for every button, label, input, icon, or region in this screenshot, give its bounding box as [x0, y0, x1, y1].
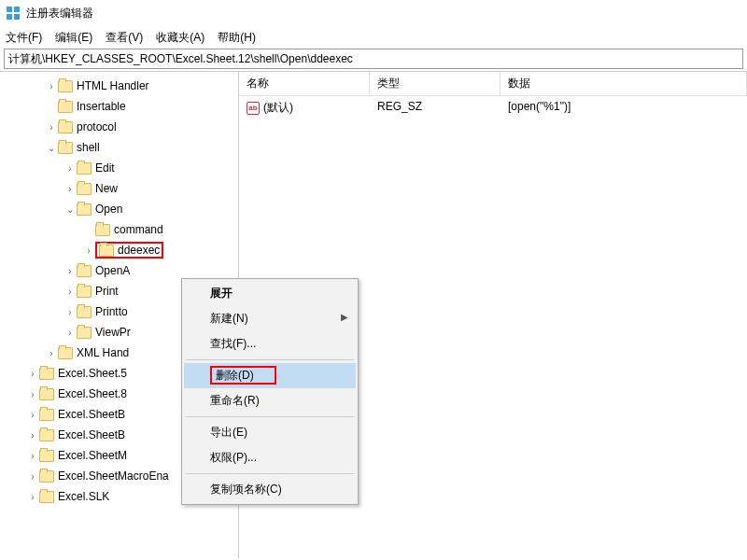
folder-icon: [77, 327, 92, 339]
tree-item-new[interactable]: ›New: [0, 178, 238, 199]
folder-icon: [58, 347, 73, 359]
svg-rect-0: [7, 7, 12, 12]
menu-help[interactable]: 帮助(H): [218, 30, 256, 46]
value-type: REG_SZ: [370, 98, 500, 118]
col-data[interactable]: 数据: [500, 72, 747, 95]
folder-icon: [39, 368, 54, 380]
menu-edit[interactable]: 编辑(E): [55, 30, 92, 46]
tree-item-insertable[interactable]: ›Insertable: [0, 96, 238, 117]
folder-icon: [77, 162, 92, 175]
context-menu: 展开 新建(N)▶ 查找(F)... 删除(D) 重命名(R) 导出(E) 权限…: [181, 278, 359, 505]
tree-item-html-handler[interactable]: ›HTML Handler: [0, 76, 238, 96]
tree-item-ddeexec[interactable]: ›ddeexec: [0, 240, 238, 260]
menu-favorites[interactable]: 收藏夹(A): [156, 30, 204, 46]
separator: [186, 473, 354, 474]
menu-view[interactable]: 查看(V): [106, 30, 143, 46]
folder-icon: [99, 245, 114, 257]
folder-icon: [77, 183, 92, 195]
folder-icon: [95, 224, 110, 236]
folder-icon: [39, 470, 54, 483]
tree-item-command[interactable]: ›command: [0, 219, 238, 240]
ctx-delete[interactable]: 删除(D): [184, 363, 356, 388]
list-row[interactable]: ab(默认) REG_SZ [open("%1")]: [239, 96, 747, 119]
chevron-right-icon: ▶: [341, 312, 348, 322]
menubar: 文件(F) 编辑(E) 查看(V) 收藏夹(A) 帮助(H): [0, 26, 747, 49]
folder-icon: [58, 121, 73, 133]
tree-item-edit[interactable]: ›Edit: [0, 158, 238, 178]
col-type[interactable]: 类型: [370, 72, 500, 95]
titlebar: 注册表编辑器: [0, 0, 747, 26]
folder-icon: [39, 388, 54, 400]
svg-rect-1: [14, 7, 20, 12]
string-icon: ab: [247, 102, 260, 115]
ctx-find[interactable]: 查找(F)...: [184, 331, 356, 357]
list-header: 名称 类型 数据: [239, 72, 747, 96]
separator: [186, 416, 354, 417]
ctx-copy-key-name[interactable]: 复制项名称(C): [184, 477, 356, 502]
folder-icon: [77, 306, 92, 318]
menu-file[interactable]: 文件(F): [6, 30, 42, 46]
folder-icon: [39, 429, 54, 441]
tree-item-protocol[interactable]: ›protocol: [0, 117, 238, 137]
svg-rect-2: [7, 14, 12, 20]
address-text: 计算机\HKEY_CLASSES_ROOT\Excel.Sheet.12\she…: [8, 51, 353, 67]
tree-item-open[interactable]: ⌄Open: [0, 199, 238, 219]
tree-item-shell[interactable]: ⌄shell: [0, 137, 238, 158]
folder-icon: [77, 203, 92, 216]
window-title: 注册表编辑器: [26, 6, 93, 21]
ctx-permissions[interactable]: 权限(P)...: [184, 445, 356, 470]
separator: [186, 359, 354, 360]
ctx-export[interactable]: 导出(E): [184, 420, 356, 445]
value-name: (默认): [263, 101, 293, 114]
highlight-ddeexec: ddeexec: [95, 242, 163, 259]
ctx-expand[interactable]: 展开: [184, 281, 356, 306]
app-icon: [6, 6, 21, 21]
folder-icon: [39, 450, 54, 462]
col-name[interactable]: 名称: [239, 72, 370, 95]
folder-icon: [58, 101, 73, 113]
folder-icon: [39, 409, 54, 421]
svg-rect-3: [14, 14, 20, 20]
folder-icon: [77, 286, 92, 298]
ctx-rename[interactable]: 重命名(R): [184, 388, 356, 413]
highlight-delete: 删除(D): [210, 366, 276, 385]
ctx-new[interactable]: 新建(N)▶: [184, 306, 356, 331]
address-bar[interactable]: 计算机\HKEY_CLASSES_ROOT\Excel.Sheet.12\she…: [4, 49, 743, 69]
folder-icon: [58, 80, 73, 92]
value-data: [open("%1")]: [500, 98, 747, 118]
folder-icon: [77, 265, 92, 277]
folder-icon: [39, 491, 54, 503]
folder-icon: [58, 142, 73, 154]
